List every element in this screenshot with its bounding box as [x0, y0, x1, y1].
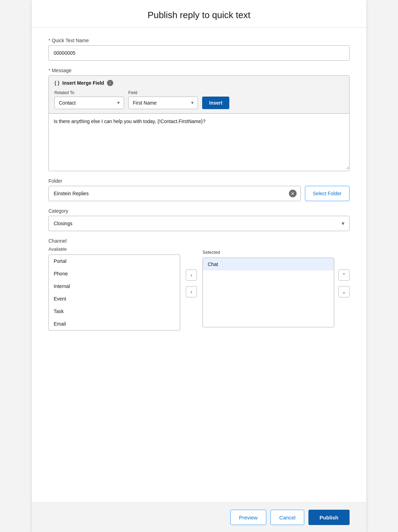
- category-label: Category: [48, 208, 350, 214]
- channel-section: Channel Available Portal Phone Internal …: [48, 238, 350, 330]
- folder-label: Folder: [48, 178, 350, 184]
- list-item[interactable]: Email: [49, 318, 180, 330]
- field-group-select: Field First Name Last Name Email Phone ▼: [128, 90, 198, 109]
- selected-list: Chat: [202, 258, 334, 327]
- quick-text-name-label: * Quick Text Name: [48, 38, 350, 43]
- folder-group: Folder ✕ Select Folder: [48, 178, 350, 201]
- folder-input-wrapper: ✕: [48, 186, 301, 201]
- list-item[interactable]: Chat: [203, 258, 334, 271]
- available-label: Available: [48, 246, 180, 252]
- required-star-message: *: [48, 68, 50, 73]
- modal-body: * Quick Text Name * Message { } Insert M…: [32, 28, 366, 502]
- channel-title: Channel: [48, 238, 350, 244]
- category-select[interactable]: Closings Greetings Follow-up Other: [48, 216, 350, 231]
- preview-button[interactable]: Preview: [230, 510, 266, 525]
- folder-clear-button[interactable]: ✕: [289, 190, 297, 197]
- merge-field-controls: Related To Contact Account Case Lead ▼: [54, 90, 344, 109]
- message-textarea[interactable]: Is there anything else I can help you wi…: [49, 114, 349, 169]
- list-item[interactable]: Event: [49, 292, 180, 305]
- list-item[interactable]: Internal: [49, 280, 180, 292]
- field-label: Field: [128, 90, 198, 95]
- related-to-label: Related To: [54, 90, 124, 95]
- modal-header: Publish reply to quick text: [32, 0, 366, 28]
- available-list-container: Available Portal Phone Internal Event Ta…: [48, 246, 180, 330]
- field-select[interactable]: First Name Last Name Email Phone: [128, 97, 198, 109]
- category-select-wrapper: Closings Greetings Follow-up Other ▼: [48, 216, 350, 231]
- selected-list-container: Selected Chat: [202, 250, 334, 327]
- folder-input[interactable]: [48, 186, 301, 201]
- related-to-select-wrapper: Contact Account Case Lead ▼: [54, 97, 124, 109]
- category-group: Category Closings Greetings Follow-up Ot…: [48, 208, 350, 231]
- modal-footer: Preview Cancel Publish: [32, 502, 366, 532]
- field-select-wrapper: First Name Last Name Email Phone ▼: [128, 97, 198, 109]
- move-right-button[interactable]: ›: [186, 269, 197, 281]
- merge-field-title: Insert Merge Field: [62, 80, 104, 86]
- selected-label: Selected: [202, 250, 334, 255]
- message-group: * Message { } Insert Merge Field i Relat…: [48, 68, 350, 171]
- cancel-button[interactable]: Cancel: [270, 510, 304, 525]
- required-star: *: [48, 38, 50, 43]
- message-container: { } Insert Merge Field i Related To Cont…: [48, 75, 350, 171]
- move-left-button[interactable]: ‹: [186, 286, 197, 297]
- merge-field-braces-icon: { }: [54, 80, 60, 86]
- modal-container: Publish reply to quick text * Quick Text…: [32, 0, 366, 532]
- info-icon[interactable]: i: [107, 80, 113, 86]
- message-label: * Message: [48, 68, 350, 73]
- list-item[interactable]: Task: [49, 305, 180, 318]
- modal-title: Publish reply to quick text: [48, 10, 350, 21]
- list-item[interactable]: Phone: [49, 267, 180, 280]
- channel-dual-list: Available Portal Phone Internal Event Ta…: [48, 246, 350, 330]
- move-up-button[interactable]: ⌃: [338, 269, 350, 281]
- selected-order-arrows: ⌃ ⌄: [334, 269, 350, 308]
- merge-field-header: { } Insert Merge Field i: [54, 80, 344, 86]
- folder-row: ✕ Select Folder: [48, 186, 350, 201]
- list-item[interactable]: Portal: [49, 255, 180, 267]
- merge-field-toolbar: { } Insert Merge Field i Related To Cont…: [49, 76, 349, 114]
- move-down-button[interactable]: ⌄: [338, 286, 350, 297]
- related-to-select[interactable]: Contact Account Case Lead: [54, 97, 124, 109]
- select-folder-button[interactable]: Select Folder: [305, 186, 350, 201]
- quick-text-name-input[interactable]: [48, 45, 350, 61]
- available-list: Portal Phone Internal Event Task Email: [48, 254, 180, 330]
- publish-button[interactable]: Publish: [308, 510, 350, 525]
- related-to-group: Related To Contact Account Case Lead ▼: [54, 90, 124, 109]
- quick-text-name-group: * Quick Text Name: [48, 38, 350, 61]
- channel-arrows: › ‹: [180, 269, 202, 308]
- insert-button[interactable]: Insert: [202, 97, 229, 109]
